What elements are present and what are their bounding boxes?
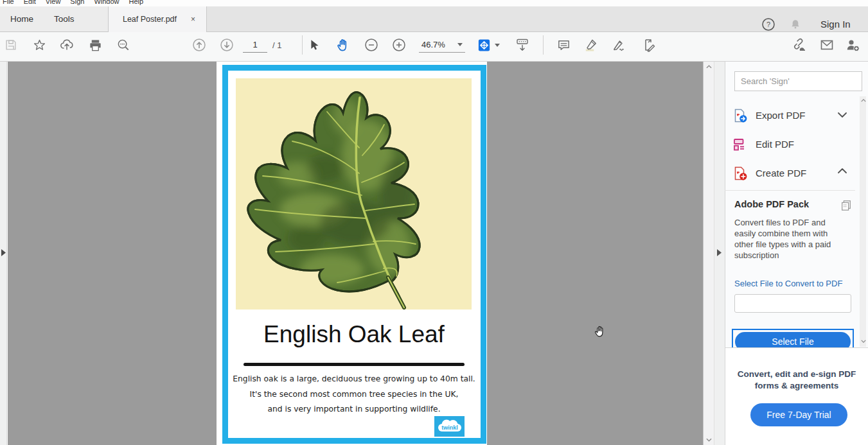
- menu-file[interactable]: File: [3, 0, 14, 5]
- send-email-button[interactable]: [819, 37, 835, 53]
- printer-icon: [88, 38, 103, 53]
- svg-text:?: ?: [766, 21, 770, 28]
- hand-tool-icon: [335, 37, 350, 53]
- tab-bar: Home Tools Leaf Poster.pdf × ? Sign In: [0, 6, 868, 32]
- document-scrollbar[interactable]: [703, 62, 714, 445]
- email-icon: [819, 37, 835, 53]
- promo-heading: Convert, edit and e-sign PDF forms & agr…: [731, 369, 863, 392]
- oak-leaf-illustration: [236, 78, 472, 310]
- poster-leaf-panel: [236, 78, 472, 310]
- menu-window[interactable]: Window: [94, 0, 119, 5]
- more-tools-button[interactable]: [641, 37, 656, 53]
- chevron-right-icon: [717, 249, 722, 256]
- toolbar-divider: [543, 35, 544, 55]
- comment-tool-button[interactable]: [556, 37, 571, 53]
- pointer-icon: [307, 38, 321, 52]
- marquee-zoom-button[interactable]: [116, 37, 131, 53]
- zoom-in-button[interactable]: [391, 37, 407, 53]
- page-down-icon: [219, 37, 235, 53]
- star-favorite-button[interactable]: [31, 37, 47, 53]
- pdf-pack-icon: [840, 200, 852, 211]
- fit-page-dropdown-caret[interactable]: [495, 44, 500, 47]
- tool-label: Export PDF: [756, 110, 806, 121]
- hide-toolbar-button[interactable]: [515, 37, 530, 53]
- export-pdf-icon: [732, 108, 748, 123]
- export-pdf-chevron[interactable]: [838, 112, 847, 118]
- tab-document[interactable]: Leaf Poster.pdf ×: [108, 6, 207, 32]
- toolbar-collapse-icon: [515, 37, 530, 53]
- select-tool-button[interactable]: [306, 37, 322, 53]
- tool-label: Create PDF: [756, 168, 806, 179]
- poster-body-line: English oak is a large, deciduous tree g…: [233, 374, 475, 383]
- create-pdf-icon: [732, 166, 748, 181]
- poster-body-line: It's the second most common tree species…: [250, 390, 459, 399]
- left-panel-toggle[interactable]: [1, 249, 6, 256]
- menu-view[interactable]: View: [46, 0, 61, 5]
- comment-icon: [556, 38, 571, 53]
- share-link-button[interactable]: [791, 37, 806, 53]
- cloud-upload-icon: [59, 37, 75, 53]
- print-button[interactable]: [87, 37, 103, 53]
- select-file-link[interactable]: Select File to Convert to PDF: [734, 279, 842, 288]
- tool-export-pdf[interactable]: Export PDF: [732, 104, 848, 127]
- fit-page-icon: [477, 38, 492, 53]
- next-page-button[interactable]: [219, 37, 235, 53]
- help-icon[interactable]: ?: [761, 17, 775, 31]
- highlight-tool-button[interactable]: [583, 37, 598, 53]
- twinkl-logo: twinkl: [434, 416, 465, 437]
- svg-text:twinkl: twinkl: [441, 424, 458, 431]
- zoom-tool-icon: [116, 38, 131, 53]
- document-tab-title: Leaf Poster.pdf: [109, 15, 191, 24]
- scroll-up-icon[interactable]: [706, 65, 712, 69]
- poster-divider-rule: [244, 363, 465, 366]
- share-link-icon: [791, 37, 806, 53]
- tool-create-pdf[interactable]: Create PDF: [732, 162, 848, 184]
- tab-tools[interactable]: Tools: [44, 6, 85, 31]
- zoom-out-button[interactable]: [364, 37, 379, 53]
- poster-title: English Oak Leaf: [263, 321, 445, 348]
- zoom-level-dropdown[interactable]: 46.7%: [419, 37, 465, 53]
- menu-bar: File Edit View Sign Window Help: [0, 0, 868, 6]
- right-panel-toggle[interactable]: [717, 249, 722, 256]
- panel-divider: [725, 190, 855, 191]
- chevron-down-icon: [838, 112, 847, 118]
- fit-page-button[interactable]: [476, 37, 492, 53]
- save-to-cloud-button[interactable]: [59, 37, 75, 53]
- zoom-level-value: 46.7%: [421, 40, 445, 49]
- sign-in-button[interactable]: Sign In: [820, 19, 851, 30]
- convert-file-input[interactable]: [734, 294, 851, 313]
- toolbar-divider: [302, 35, 303, 55]
- menu-edit[interactable]: Edit: [24, 0, 36, 5]
- send-for-signature-button[interactable]: [845, 37, 860, 53]
- save-button[interactable]: [3, 37, 19, 53]
- star-icon: [32, 38, 47, 53]
- page-up-icon: [191, 37, 207, 53]
- pdf-pack-description: Convert files to PDF and easily combine …: [734, 217, 849, 261]
- create-pdf-chevron[interactable]: [838, 168, 847, 173]
- menu-sign[interactable]: Sign: [70, 0, 84, 5]
- tool-edit-pdf[interactable]: Edit PDF: [732, 133, 848, 155]
- acrobat-window: File Edit View Sign Window Help Home Too…: [0, 0, 868, 445]
- edit-pdf-icon: [732, 137, 748, 152]
- free-trial-button[interactable]: Free 7-Day Trial: [750, 403, 847, 426]
- hand-tool-button[interactable]: [335, 37, 350, 53]
- notification-bell-icon[interactable]: [788, 17, 802, 31]
- page-edit-icon: [641, 37, 656, 53]
- previous-page-button[interactable]: [191, 37, 207, 53]
- promo-overlay: Convert, edit and e-sign PDF forms & agr…: [725, 347, 868, 445]
- save-icon: [4, 38, 18, 52]
- panel-search-input[interactable]: [734, 71, 862, 91]
- fill-sign-button[interactable]: [611, 37, 626, 53]
- panel-scrollbar[interactable]: [860, 96, 866, 347]
- fill-sign-pen-icon: [611, 37, 626, 53]
- page-count-label: / 1: [272, 40, 281, 50]
- scroll-down-icon[interactable]: [706, 438, 712, 442]
- page-number-input[interactable]: [243, 37, 267, 53]
- close-tab-icon[interactable]: ×: [191, 15, 206, 24]
- panel-scroll-up-icon[interactable]: [861, 99, 866, 102]
- chevron-up-icon: [838, 168, 847, 173]
- chevron-down-icon: [457, 43, 463, 46]
- menu-help[interactable]: Help: [129, 0, 144, 5]
- panel-scroll-down-icon[interactable]: [861, 340, 866, 343]
- tab-home[interactable]: Home: [0, 6, 44, 31]
